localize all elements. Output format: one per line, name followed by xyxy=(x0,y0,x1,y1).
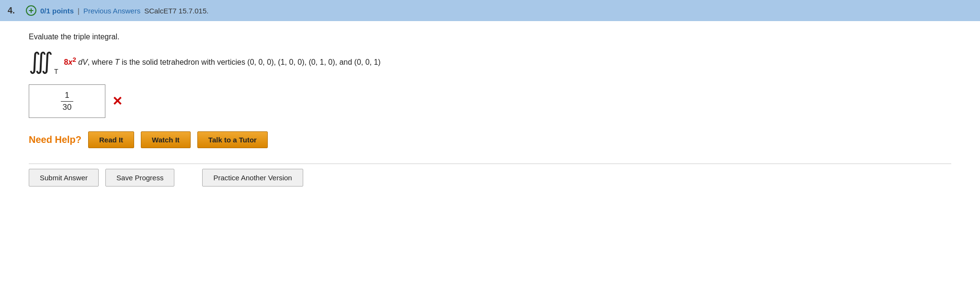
wrong-mark: ✕ xyxy=(112,94,123,109)
fraction-numerator: 1 xyxy=(61,91,73,102)
integral-line: ∭T 8x2 dV, where T is the solid tetrahed… xyxy=(29,50,951,73)
fraction-denominator: 30 xyxy=(59,102,76,112)
coefficient: 8x2 xyxy=(64,58,76,66)
previous-answers-link[interactable]: Previous Answers xyxy=(83,7,140,15)
need-help-label: Need Help? xyxy=(29,134,81,145)
header-bar: 4. + 0/1 points | Previous Answers SCalc… xyxy=(0,0,980,21)
points-label: 0/1 points xyxy=(40,7,74,15)
bottom-row: Submit Answer Save Progress Practice Ano… xyxy=(29,164,951,187)
integral-subscript: T xyxy=(54,68,58,75)
save-progress-button[interactable]: Save Progress xyxy=(105,169,174,187)
talk-to-tutor-button[interactable]: Talk to a Tutor xyxy=(197,131,268,148)
practice-another-version-button[interactable]: Practice Another Version xyxy=(202,169,303,187)
source-label: SCalcET7 15.7.015. xyxy=(144,7,208,15)
t-variable: T xyxy=(115,58,120,66)
fraction: 1 30 xyxy=(59,91,76,112)
add-icon[interactable]: + xyxy=(26,5,36,16)
integral-symbol: ∭T xyxy=(29,50,58,73)
watch-it-button[interactable]: Watch It xyxy=(141,131,191,148)
separator: | xyxy=(78,7,80,15)
question-number: 4. xyxy=(8,6,22,16)
answer-box-row: 1 30 ✕ xyxy=(29,84,951,118)
description-text: is the solid tetrahedron with verticies … xyxy=(122,58,381,66)
answer-input-box[interactable]: 1 30 xyxy=(29,84,105,118)
submit-answer-button[interactable]: Submit Answer xyxy=(29,169,99,187)
content-area: Evaluate the triple integral. ∭T 8x2 dV,… xyxy=(0,21,980,201)
need-help-row: Need Help? Read It Watch It Talk to a Tu… xyxy=(29,131,951,148)
dv-text: dV, xyxy=(78,58,90,66)
problem-statement: Evaluate the triple integral. xyxy=(29,33,951,41)
integrand: 8x2 dV, where T is the solid tetrahedron… xyxy=(64,56,381,67)
where-text: where xyxy=(92,58,115,66)
read-it-button[interactable]: Read It xyxy=(88,131,134,148)
